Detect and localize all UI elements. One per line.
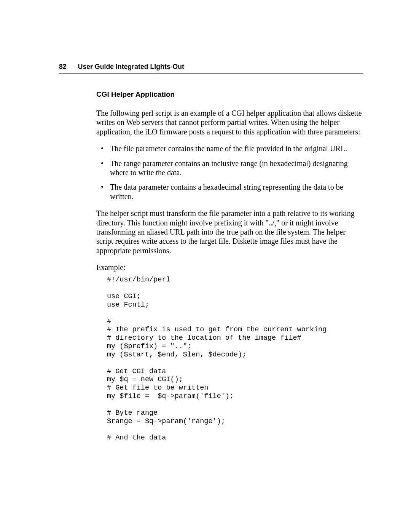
running-header: 82User Guide Integrated Lights-Out bbox=[59, 63, 363, 73]
list-item: •The data parameter contains a hexadecim… bbox=[96, 182, 363, 201]
bullet-list: •The file parameter contains the name of… bbox=[96, 144, 363, 201]
bullet-icon: • bbox=[101, 144, 104, 153]
middle-paragraph: The helper script must transform the fil… bbox=[96, 209, 363, 255]
list-item: •The file parameter contains the name of… bbox=[96, 144, 363, 153]
code-block: #!/usr/bin/perl use CGI; use Fcntl; # # … bbox=[107, 276, 363, 442]
section-heading: CGI Helper Application bbox=[96, 90, 363, 99]
document-page: 82User Guide Integrated Lights-Out CGI H… bbox=[0, 0, 411, 532]
content-block: CGI Helper Application The following per… bbox=[96, 90, 363, 442]
example-label: Example: bbox=[96, 263, 363, 272]
list-item: •The range parameter contains an inclusi… bbox=[96, 159, 363, 177]
bullet-icon: • bbox=[101, 159, 104, 168]
header-title: User Guide Integrated Lights-Out bbox=[78, 63, 184, 70]
intro-paragraph: The following perl script is an example … bbox=[96, 109, 363, 136]
bullet-icon: • bbox=[101, 182, 104, 192]
bullet-text: The file parameter contains the name of … bbox=[110, 144, 347, 153]
bullet-text: The range parameter contains an inclusiv… bbox=[110, 159, 348, 177]
page-number: 82 bbox=[59, 63, 67, 71]
bullet-text: The data parameter contains a hexadecima… bbox=[110, 183, 343, 200]
